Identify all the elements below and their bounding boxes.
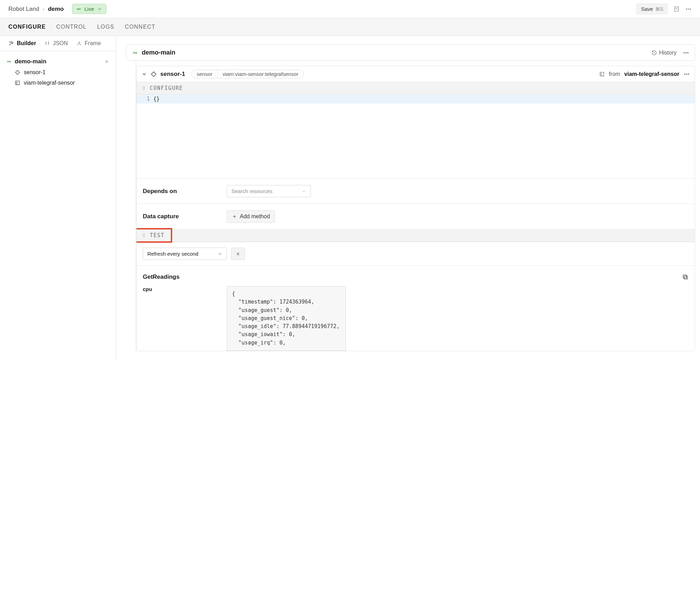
svg-point-3 bbox=[688, 8, 689, 9]
sidebar: Builder JSON Frame demo-main bbox=[0, 36, 116, 360]
tree-root-label: demo-main bbox=[15, 58, 47, 65]
tree-item-telegraf[interactable]: viam-telegraf-sensor bbox=[4, 78, 112, 88]
configure-label: CONFIGURE bbox=[150, 85, 183, 91]
line-number: 1 bbox=[136, 94, 153, 104]
primary-tabs: CONFIGURE CONTROL LOGS CONNECT bbox=[0, 18, 700, 36]
readings-body: cpu { "timestamp": 1724363964, "usage_gu… bbox=[136, 284, 695, 351]
add-icon[interactable] bbox=[104, 59, 110, 64]
test-section-header[interactable]: TEST bbox=[136, 229, 695, 242]
save-label: Save bbox=[641, 6, 653, 12]
svg-point-9 bbox=[686, 52, 686, 53]
resource-type-pill: sensor viam:viam-sensor:telegrafsensor bbox=[191, 70, 304, 78]
more-icon[interactable] bbox=[685, 6, 692, 12]
chevron-down-icon[interactable] bbox=[141, 71, 147, 77]
depends-label: Depends on bbox=[143, 188, 213, 195]
svg-point-2 bbox=[686, 8, 687, 9]
broadcast-icon bbox=[76, 6, 82, 12]
collapse-icon bbox=[141, 233, 146, 238]
code-text: {} bbox=[153, 94, 160, 104]
svg-rect-11 bbox=[600, 72, 604, 76]
readings-header: GetReadings bbox=[136, 265, 695, 284]
diamond-icon bbox=[15, 70, 20, 75]
svg-point-8 bbox=[684, 52, 685, 53]
live-status-pill[interactable]: Live bbox=[72, 4, 106, 14]
main-panel: demo-main History sensor-1 bbox=[116, 36, 700, 360]
readings-title: GetReadings bbox=[143, 274, 180, 281]
more-icon[interactable] bbox=[683, 50, 689, 56]
svg-rect-6 bbox=[16, 81, 20, 85]
module-icon bbox=[599, 71, 605, 77]
top-right-actions: Save ⌘S bbox=[636, 3, 692, 14]
diamond-icon bbox=[150, 71, 157, 77]
breadcrumb-org[interactable]: Robot Land bbox=[8, 6, 39, 13]
top-bar: Robot Land › demo Live Save ⌘S bbox=[0, 0, 700, 18]
history-icon bbox=[651, 50, 657, 56]
chevron-right-icon: › bbox=[43, 6, 44, 12]
plus-icon bbox=[232, 214, 237, 219]
tab-connect[interactable]: CONNECT bbox=[125, 18, 156, 36]
history-button[interactable]: History bbox=[651, 50, 677, 56]
tree-item-label: viam-telegraf-sensor bbox=[24, 80, 75, 86]
add-method-button[interactable]: Add method bbox=[227, 210, 275, 223]
resource-card: sensor-1 sensor viam:viam-sensor:telegra… bbox=[136, 66, 695, 351]
braces-icon bbox=[44, 41, 50, 46]
breadcrumb-project[interactable]: demo bbox=[48, 6, 64, 13]
depends-section: Depends on Search resources bbox=[136, 178, 695, 204]
side-tab-builder[interactable]: Builder bbox=[8, 40, 36, 47]
tab-logs[interactable]: LOGS bbox=[97, 18, 114, 36]
from-label: from bbox=[609, 71, 620, 77]
copy-icon[interactable] bbox=[682, 274, 688, 280]
side-tab-json[interactable]: JSON bbox=[44, 40, 68, 47]
svg-point-14 bbox=[688, 73, 689, 74]
chevron-down-icon bbox=[217, 251, 222, 256]
svg-point-12 bbox=[685, 73, 685, 74]
svg-point-0 bbox=[78, 8, 79, 9]
resource-type: sensor bbox=[192, 70, 218, 78]
frame-icon bbox=[76, 41, 82, 46]
save-button[interactable]: Save ⌘S bbox=[636, 3, 668, 14]
svg-point-5 bbox=[9, 61, 10, 62]
machine-card: demo-main History bbox=[126, 44, 695, 61]
machine-card-header: demo-main History bbox=[126, 45, 695, 61]
depends-search[interactable]: Search resources bbox=[227, 185, 311, 197]
broadcast-icon bbox=[132, 50, 138, 56]
test-controls: Refresh every second bbox=[136, 242, 695, 265]
tab-configure[interactable]: CONFIGURE bbox=[8, 18, 46, 36]
pause-button[interactable] bbox=[231, 248, 245, 260]
test-label: TEST bbox=[150, 232, 164, 239]
svg-point-7 bbox=[135, 52, 136, 53]
tree-item-label: sensor-1 bbox=[24, 69, 46, 76]
more-icon[interactable] bbox=[684, 71, 690, 77]
svg-rect-16 bbox=[683, 275, 686, 278]
tools-icon bbox=[8, 41, 14, 46]
capture-label: Data capture bbox=[143, 213, 213, 220]
chevron-down-icon bbox=[97, 6, 103, 12]
svg-point-13 bbox=[686, 73, 687, 74]
live-label: Live bbox=[84, 6, 94, 12]
notes-icon[interactable] bbox=[673, 6, 680, 12]
save-shortcut: ⌘S bbox=[655, 6, 663, 12]
tree-root[interactable]: demo-main bbox=[4, 56, 112, 67]
side-tab-frame[interactable]: Frame bbox=[76, 40, 101, 47]
refresh-select[interactable]: Refresh every second bbox=[143, 248, 227, 260]
breadcrumb: Robot Land › demo Live bbox=[8, 4, 106, 14]
configure-section-header[interactable]: CONFIGURE bbox=[136, 82, 695, 94]
reading-json: { "timestamp": 1724363964, "usage_guest"… bbox=[227, 286, 346, 351]
depends-placeholder: Search resources bbox=[231, 188, 273, 194]
tree-item-sensor-1[interactable]: sensor-1 bbox=[4, 67, 112, 78]
svg-rect-15 bbox=[684, 276, 687, 279]
collapse-icon bbox=[141, 86, 146, 91]
reading-key: cpu bbox=[143, 286, 213, 351]
svg-point-4 bbox=[690, 8, 691, 9]
tab-control[interactable]: CONTROL bbox=[56, 18, 87, 36]
chevron-down-icon bbox=[301, 189, 306, 194]
data-capture-section: Data capture Add method bbox=[136, 204, 695, 229]
resource-header: sensor-1 sensor viam:viam-sensor:telegra… bbox=[136, 66, 695, 82]
configure-editor[interactable]: 1 {} bbox=[136, 94, 695, 178]
resource-name: sensor-1 bbox=[160, 71, 185, 78]
machine-title: demo-main bbox=[142, 49, 175, 56]
svg-point-10 bbox=[687, 52, 688, 53]
from-module[interactable]: viam-telegraf-sensor bbox=[624, 71, 679, 77]
pause-icon bbox=[236, 251, 240, 256]
module-icon bbox=[15, 80, 20, 86]
